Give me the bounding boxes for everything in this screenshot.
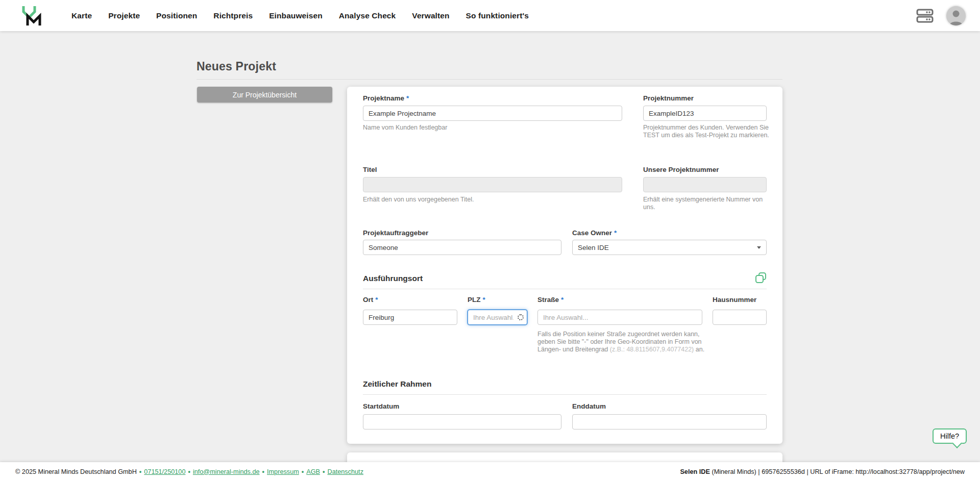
required-asterisk: * (561, 296, 564, 303)
footer-separator: • (262, 468, 264, 475)
user-avatar[interactable] (946, 6, 966, 26)
plz-field (468, 310, 527, 325)
projektauftraggeber-input[interactable] (363, 240, 561, 255)
ausfuehrungsort-heading: Ausführungsort (363, 274, 423, 283)
footer-link-agb[interactable]: AGB (306, 468, 320, 475)
footer-link-phone[interactable]: 07151/250100 (144, 468, 185, 475)
strasse-helper: Falls die Position keiner Straße zugeord… (537, 331, 707, 353)
hausnummer-label: Hausnummer (713, 296, 756, 303)
footer-bar: © 2025 Mineral Minds Deutschland GmbH • … (0, 462, 980, 481)
projektname-label: Projektname* (363, 94, 409, 102)
titel-input (363, 177, 622, 192)
help-button[interactable]: Hilfe? (933, 428, 967, 444)
projektname-helper: Name vom Kunden festlegbar (363, 124, 618, 132)
nav-item-projekte[interactable]: Projekte (108, 11, 140, 20)
footer-separator: • (188, 468, 190, 475)
projektnummer-label: Projektnummer (643, 94, 694, 102)
nav-item-analyse-check[interactable]: Analyse Check (339, 11, 396, 20)
top-navigation-bar: Karte Projekte Positionen Richtpreis Ein… (0, 0, 980, 31)
titel-helper: Erhält den von uns vorgegebenen Titel. (363, 196, 618, 204)
projektnummer-input[interactable] (643, 106, 767, 121)
title-divider (197, 79, 782, 80)
loading-spinner-icon (518, 314, 524, 320)
case-owner-value[interactable] (572, 240, 767, 255)
projektauftraggeber-label: Projektauftraggeber (363, 229, 428, 237)
mineral-minds-logo[interactable] (21, 5, 43, 27)
required-asterisk: * (375, 296, 378, 303)
ort-input[interactable] (363, 310, 457, 325)
case-owner-select[interactable] (572, 240, 767, 256)
footer-separator: • (139, 468, 141, 475)
required-asterisk: * (614, 229, 617, 237)
nav-item-positionen[interactable]: Positionen (156, 11, 197, 20)
hausnummer-input[interactable] (713, 310, 767, 325)
unsere-projektnummer-label: Unsere Projektnummer (643, 166, 719, 173)
server-icon[interactable] (916, 7, 934, 25)
project-overview-button[interactable]: Zur Projektübersicht (197, 87, 332, 103)
copy-location-icon[interactable] (754, 271, 768, 285)
section-divider (363, 394, 767, 395)
strasse-input[interactable] (537, 310, 702, 325)
required-asterisk: * (406, 94, 409, 102)
footer-left: © 2025 Mineral Minds Deutschland GmbH • … (15, 468, 363, 475)
unsere-projektnummer-input (643, 177, 767, 192)
titel-label: Titel (363, 166, 377, 173)
strasse-label: Straße* (537, 296, 564, 303)
new-project-form-card: Projektname* Name vom Kunden festlegbar … (347, 87, 782, 444)
enddatum-input[interactable] (572, 414, 767, 429)
nav-item-verwalten[interactable]: Verwalten (412, 11, 449, 20)
person-icon (946, 6, 966, 26)
nav-item-so-funktionierts[interactable]: So funktioniert's (466, 11, 529, 20)
zeitlicher-rahmen-heading: Zeitlicher Rahmen (363, 379, 431, 389)
footer-link-impressum[interactable]: Impressum (267, 468, 299, 475)
ort-label: Ort* (363, 296, 378, 303)
case-owner-label: Case Owner* (572, 229, 617, 237)
copyright-text: © 2025 Mineral Minds Deutschland GmbH (15, 468, 137, 475)
required-asterisk: * (483, 296, 485, 303)
footer-separator: • (323, 468, 325, 475)
nav-item-einbauweisen[interactable]: Einbauweisen (269, 11, 323, 20)
nav-item-karte[interactable]: Karte (71, 11, 92, 20)
plz-label: PLZ* (468, 296, 485, 303)
page-title: Neues Projekt (197, 60, 276, 73)
startdatum-input[interactable] (363, 414, 561, 429)
footer-link-email[interactable]: info@mineral-minds.de (193, 468, 260, 475)
startdatum-label: Startdatum (363, 402, 399, 410)
unsere-projektnummer-helper: Erhält eine systemgenerierte Nummer von … (643, 196, 771, 211)
projektnummer-helper: Projektnummer des Kunden. Verwenden Sie … (643, 124, 771, 139)
header-actions (916, 6, 966, 26)
main-nav: Karte Projekte Positionen Richtpreis Ein… (71, 11, 529, 20)
section-divider (363, 289, 767, 289)
nav-item-richtpreis[interactable]: Richtpreis (213, 11, 253, 20)
enddatum-label: Enddatum (572, 402, 606, 410)
projektname-input[interactable] (363, 106, 622, 121)
footer-link-datenschutz[interactable]: Datenschutz (327, 468, 363, 475)
footer-separator: • (302, 468, 304, 475)
footer-session-info: Selen IDE (Mineral Minds) | 69576255536d… (680, 468, 965, 475)
